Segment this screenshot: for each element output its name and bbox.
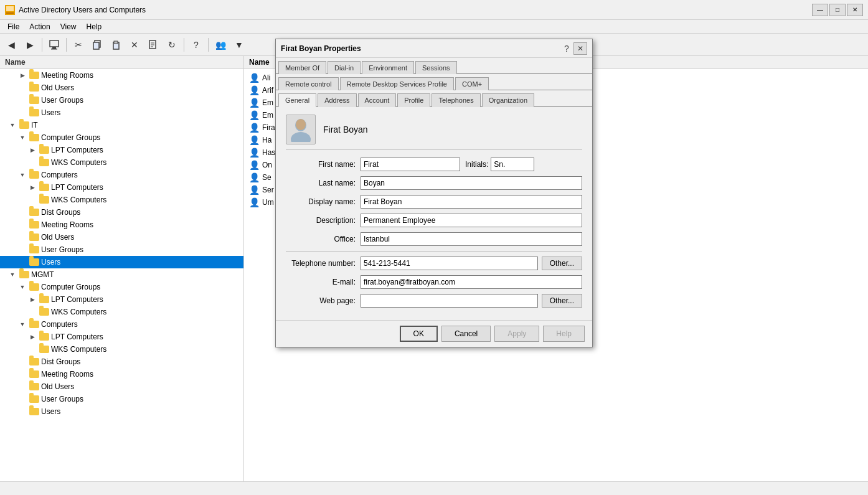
tree-item-computer-groups-mgmt[interactable]: ▼Computer Groups <box>0 281 243 293</box>
tab-address[interactable]: Address <box>318 93 356 107</box>
tree-item-wks-computers-it-2[interactable]: WKS Computers <box>0 194 243 206</box>
tree-item-lpt-computers-mgmt-1[interactable]: ▶LPT Computers <box>0 293 243 306</box>
folder-icon-computers-it <box>29 170 39 180</box>
tree-item-users-1[interactable]: Users <box>0 106 243 119</box>
delete-button[interactable]: ✕ <box>126 37 143 53</box>
forward-button[interactable]: ▶ <box>21 37 39 53</box>
tree-toggle-lpt-computers-mgmt-2[interactable]: ▶ <box>27 334 37 340</box>
apply-button[interactable]: Apply <box>494 326 539 342</box>
first-name-input[interactable] <box>361 158 460 171</box>
folder-icon-dist-groups-mgmt <box>29 357 39 367</box>
dialog-help-icon[interactable]: ? <box>560 42 573 55</box>
list-item-text-2: Em <box>262 98 273 107</box>
email-input[interactable] <box>361 275 582 289</box>
show-console-button[interactable] <box>45 37 63 53</box>
menu-help[interactable]: Help <box>82 21 107 32</box>
tree-item-lpt-computers-mgmt-2[interactable]: ▶LPT Computers <box>0 331 243 343</box>
tree-item-users-mgmt[interactable]: Users <box>0 405 243 418</box>
description-input[interactable] <box>361 214 582 227</box>
tree-item-old-users-it[interactable]: Old Users <box>0 231 243 243</box>
tree-item-computers-mgmt[interactable]: ▼Computers <box>0 318 243 331</box>
tree-item-dist-groups-mgmt[interactable]: Dist Groups <box>0 356 243 368</box>
tab-general[interactable]: General <box>278 93 316 107</box>
tree-toggle-computer-groups-it[interactable]: ▼ <box>17 134 27 141</box>
initials-label: Initials: <box>465 160 488 169</box>
tree-item-meeting-rooms-mgmt[interactable]: Meeting Rooms <box>0 368 243 380</box>
copy-button[interactable] <box>88 37 106 53</box>
dialog-close-button[interactable]: ✕ <box>573 42 587 55</box>
tree-item-wks-computers-it-1[interactable]: WKS Computers <box>0 156 243 169</box>
paste-button[interactable] <box>107 37 125 53</box>
users-button[interactable]: 👥 <box>212 37 229 53</box>
tab-telephones[interactable]: Telephones <box>432 93 480 107</box>
tree-item-user-groups-1[interactable]: User Groups <box>0 94 243 106</box>
tree-item-user-groups-it[interactable]: User Groups <box>0 243 243 256</box>
toolbar-sep-1 <box>42 38 42 52</box>
tree-toggle-computers-it[interactable]: ▼ <box>17 172 27 178</box>
office-input[interactable] <box>361 232 582 246</box>
tree-item-mgmt[interactable]: ▼MGMT <box>0 268 243 281</box>
tab-member-of[interactable]: Member Of <box>278 61 326 74</box>
filter-button[interactable]: ▼ <box>230 37 248 53</box>
tree-item-user-groups-mgmt[interactable]: User Groups <box>0 393 243 405</box>
tree-toggle-computers-mgmt[interactable]: ▼ <box>17 321 27 328</box>
initials-input[interactable] <box>491 158 534 171</box>
tree-label-computers-it: Computers <box>41 171 78 179</box>
tree-toggle-mgmt[interactable]: ▼ <box>7 271 17 278</box>
tree-item-lpt-computers-it-2[interactable]: ▶LPT Computers <box>0 181 243 194</box>
menu-view[interactable]: View <box>55 21 82 32</box>
folder-icon-dist-groups-it <box>29 207 39 217</box>
tree-toggle-computer-groups-mgmt[interactable]: ▼ <box>17 284 27 290</box>
app-icon <box>5 5 15 15</box>
refresh-button[interactable]: ↻ <box>163 37 181 53</box>
tab-remote-desktop[interactable]: Remote Desktop Services Profile <box>340 77 454 90</box>
folder-icon-lpt-computers-it-1 <box>39 145 49 155</box>
tab-environment[interactable]: Environment <box>362 61 414 74</box>
tree-item-meeting-rooms-1[interactable]: ▶Meeting Rooms <box>0 69 243 82</box>
back-button[interactable]: ◀ <box>2 37 20 53</box>
tree-item-dist-groups-it[interactable]: Dist Groups <box>0 206 243 219</box>
tab-dial-in[interactable]: Dial-in <box>328 61 361 74</box>
tree-item-meeting-rooms-it[interactable]: Meeting Rooms <box>0 219 243 231</box>
tab-remote-control[interactable]: Remote control <box>278 77 339 90</box>
tree-item-wks-computers-mgmt-2[interactable]: WKS Computers <box>0 343 243 356</box>
display-name-input[interactable] <box>361 195 582 209</box>
help-footer-button[interactable]: Help <box>543 326 585 342</box>
telephone-input[interactable] <box>361 257 538 270</box>
folder-icon-meeting-rooms-mgmt <box>29 369 39 379</box>
tab-com-plus[interactable]: COM+ <box>455 77 489 90</box>
tree-item-it[interactable]: ▼IT <box>0 119 243 131</box>
tree-label-lpt-computers-it-2: LPT Computers <box>51 183 103 192</box>
webpage-other-button[interactable]: Other... <box>542 294 582 308</box>
tab-sessions[interactable]: Sessions <box>415 61 457 74</box>
tree-toggle-it[interactable]: ▼ <box>7 122 17 128</box>
tree-toggle-lpt-computers-mgmt-1[interactable]: ▶ <box>27 296 37 303</box>
cut-button[interactable]: ✂ <box>70 37 87 53</box>
webpage-input[interactable] <box>361 294 538 308</box>
tree-item-users-it[interactable]: Users <box>0 256 243 268</box>
tree-toggle-meeting-rooms-1[interactable]: ▶ <box>17 72 27 78</box>
menu-file[interactable]: File <box>2 21 24 32</box>
tree-item-wks-computers-mgmt-1[interactable]: WKS Computers <box>0 306 243 318</box>
close-button[interactable]: ✕ <box>847 4 863 16</box>
minimize-button[interactable]: — <box>812 4 828 16</box>
telephone-other-button[interactable]: Other... <box>542 257 582 270</box>
ok-button[interactable]: OK <box>400 326 438 342</box>
tree-item-old-users-mgmt[interactable]: Old Users <box>0 380 243 393</box>
cancel-button[interactable]: Cancel <box>441 326 491 342</box>
help-button[interactable]: ? <box>187 37 205 53</box>
last-name-input[interactable] <box>361 176 582 190</box>
tab-organization[interactable]: Organization <box>482 93 534 107</box>
tree-toggle-lpt-computers-it-1[interactable]: ▶ <box>27 147 37 153</box>
tree-item-computers-it[interactable]: ▼Computers <box>0 169 243 181</box>
tree-toggle-lpt-computers-it-2[interactable]: ▶ <box>27 184 37 191</box>
tab-profile[interactable]: Profile <box>397 93 430 107</box>
tab-account[interactable]: Account <box>358 93 397 107</box>
tree-item-old-users-1[interactable]: Old Users <box>0 82 243 94</box>
tree-item-lpt-computers-it-1[interactable]: ▶LPT Computers <box>0 144 243 156</box>
svg-rect-3 <box>50 40 59 47</box>
maximize-button[interactable]: □ <box>829 4 846 16</box>
tree-item-computer-groups-it[interactable]: ▼Computer Groups <box>0 131 243 144</box>
properties-button[interactable] <box>144 37 162 53</box>
menu-action[interactable]: Action <box>24 21 55 32</box>
